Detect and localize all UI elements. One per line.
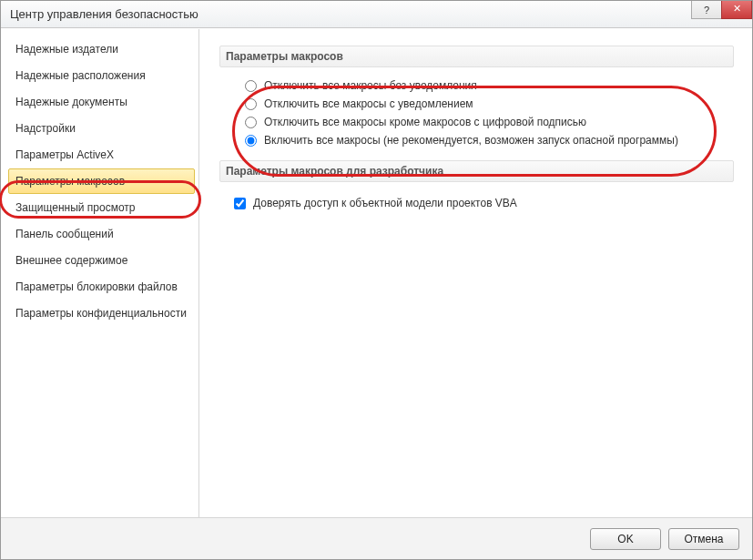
radio-disable-except-signed[interactable]: Отключить все макросы кроме макросов с ц… (245, 113, 734, 131)
radio-label: Отключить все макросы без уведомления (264, 79, 477, 92)
sidebar-item-activex[interactable]: Параметры ActiveX (8, 142, 195, 168)
radio-label: Отключить все макросы с уведомлением (264, 97, 473, 110)
sidebar-item-label: Надстройки (15, 122, 76, 135)
trust-center-dialog: Центр управления безопасностью ? ✕ Надеж… (0, 0, 753, 560)
checkbox-input[interactable] (234, 198, 246, 209)
sidebar-item-external-content[interactable]: Внешнее содержимое (8, 248, 195, 273)
sidebar-item-trusted-locations[interactable]: Надежные расположения (8, 63, 195, 88)
radio-label: Отключить все макросы кроме макросов с ц… (264, 116, 586, 128)
radio-input[interactable] (245, 135, 257, 147)
close-button[interactable]: ✕ (721, 1, 752, 19)
sidebar-item-label: Параметры ActiveX (15, 148, 114, 161)
section-header-macro-settings: Параметры макросов (219, 46, 734, 67)
sidebar-item-macro-settings[interactable]: Параметры макросов (8, 168, 195, 194)
sidebar-item-label: Надежные расположения (15, 69, 146, 82)
sidebar-item-label: Параметры конфиденциальности (15, 307, 187, 320)
radio-label: Включить все макросы (не рекомендуется, … (264, 134, 678, 147)
content-pane: Параметры макросов Отключить все макросы… (199, 29, 752, 517)
sidebar-item-label: Защищенный просмотр (15, 201, 136, 214)
sidebar-item-message-bar[interactable]: Панель сообщений (8, 221, 195, 247)
sidebar-item-label: Надежные документы (15, 96, 127, 108)
macro-radio-group: Отключить все макросы без уведомления От… (219, 76, 734, 160)
sidebar: Надежные издатели Надежные расположения … (1, 29, 199, 517)
sidebar-item-label: Параметры блокировки файлов (15, 280, 178, 293)
window-title: Центр управления безопасностью (10, 7, 198, 21)
radio-disable-notify[interactable]: Отключить все макросы с уведомлением (245, 95, 734, 113)
cancel-button[interactable]: Отмена (668, 528, 739, 550)
radio-input[interactable] (245, 98, 257, 110)
radio-enable-all[interactable]: Включить все макросы (не рекомендуется, … (245, 131, 734, 149)
sidebar-item-trusted-publishers[interactable]: Надежные издатели (8, 36, 195, 62)
sidebar-item-addins[interactable]: Надстройки (8, 116, 195, 141)
sidebar-item-label: Панель сообщений (15, 228, 114, 240)
help-button[interactable]: ? (691, 1, 722, 19)
radio-input[interactable] (245, 117, 257, 128)
dialog-footer: OK Отмена (1, 517, 752, 559)
checkbox-trust-vba[interactable]: Доверять доступ к объектной модели проек… (219, 191, 734, 215)
window-controls: ? ✕ (692, 1, 752, 19)
sidebar-item-label: Параметры макросов (15, 175, 125, 188)
sidebar-item-file-block[interactable]: Параметры блокировки файлов (8, 274, 195, 300)
radio-disable-no-notify[interactable]: Отключить все макросы без уведомления (245, 76, 734, 95)
sidebar-item-privacy[interactable]: Параметры конфиденциальности (8, 300, 195, 326)
titlebar: Центр управления безопасностью ? ✕ (1, 1, 752, 28)
dialog-body: Надежные издатели Надежные расположения … (1, 28, 752, 517)
sidebar-item-trusted-documents[interactable]: Надежные документы (8, 89, 195, 115)
sidebar-item-protected-view[interactable]: Защищенный просмотр (8, 195, 195, 220)
radio-input[interactable] (245, 80, 257, 92)
ok-button[interactable]: OK (590, 528, 661, 550)
sidebar-item-label: Надежные издатели (15, 43, 118, 56)
sidebar-item-label: Внешнее содержимое (15, 254, 127, 267)
checkbox-label: Доверять доступ к объектной модели проек… (253, 197, 517, 209)
section-header-developer-macro: Параметры макросов для разработчика (219, 160, 734, 182)
